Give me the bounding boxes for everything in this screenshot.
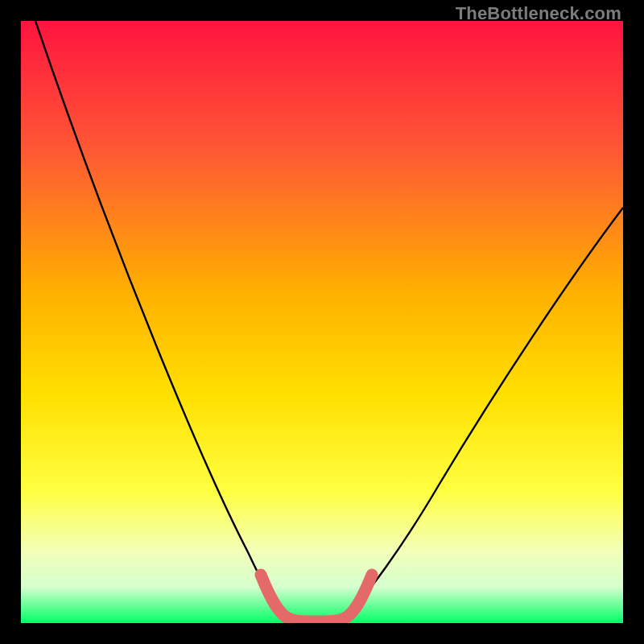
plot-area — [21, 21, 623, 623]
gradient-background — [21, 21, 623, 623]
outer-frame: TheBottleneck.com — [0, 0, 644, 644]
watermark-text: TheBottleneck.com — [456, 3, 621, 24]
chart-svg — [21, 21, 623, 623]
